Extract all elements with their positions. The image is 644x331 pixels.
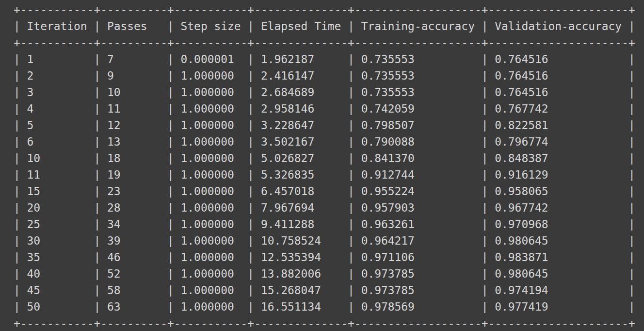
table-row: | 50 | 63 | 1.000000 | 16.551134 | 0.978…: [14, 298, 644, 315]
table-border-top: +-----------+----------+-----------+----…: [14, 1, 644, 18]
table-border-middle: +-----------+----------+-----------+----…: [14, 34, 644, 51]
table-row: | 25 | 34 | 1.000000 | 9.411288 | 0.9632…: [14, 216, 644, 232]
table-border-bottom: +-----------+----------+-----------+----…: [14, 315, 644, 331]
table-row: | 6 | 13 | 1.000000 | 3.502167 | 0.79008…: [14, 133, 644, 150]
table-row: | 15 | 23 | 1.000000 | 6.457018 | 0.9552…: [14, 183, 644, 199]
terminal-window: +-----------+----------+-----------+----…: [0, 0, 644, 331]
table-row: | 5 | 12 | 1.000000 | 3.228647 | 0.79850…: [14, 117, 644, 133]
table-row: | 11 | 19 | 1.000000 | 5.326835 | 0.9127…: [14, 166, 644, 183]
table-row: | 3 | 10 | 1.000000 | 2.684689 | 0.73555…: [14, 84, 644, 100]
table-row: | 1 | 7 | 0.000001 | 1.962187 | 0.735553…: [14, 51, 644, 67]
table-row: | 35 | 46 | 1.000000 | 12.535394 | 0.971…: [14, 249, 644, 265]
table-header-row: | Iteration | Passes | Step size | Elaps…: [14, 18, 644, 34]
table-row: | 20 | 28 | 1.000000 | 7.967694 | 0.9579…: [14, 199, 644, 216]
table-row: | 30 | 39 | 1.000000 | 10.758524 | 0.964…: [14, 232, 644, 249]
progress-table: +-----------+----------+-----------+----…: [14, 1, 644, 331]
table-row: | 45 | 58 | 1.000000 | 15.268047 | 0.973…: [14, 282, 644, 298]
table-row: | 10 | 18 | 1.000000 | 5.026827 | 0.8413…: [14, 150, 644, 166]
table-row: | 2 | 9 | 1.000000 | 2.416147 | 0.735553…: [14, 67, 644, 84]
table-row: | 4 | 11 | 1.000000 | 2.958146 | 0.74205…: [14, 100, 644, 117]
table-row: | 40 | 52 | 1.000000 | 13.882006 | 0.973…: [14, 265, 644, 282]
